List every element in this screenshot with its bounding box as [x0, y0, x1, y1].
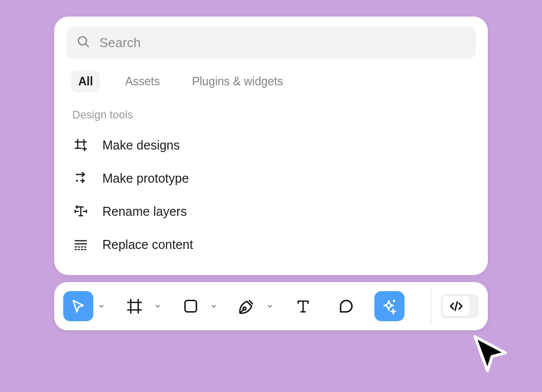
action-label: Replace content — [102, 237, 193, 252]
text-tool[interactable] — [288, 291, 318, 321]
code-icon — [443, 296, 470, 316]
svg-line-1 — [85, 44, 88, 47]
move-tool[interactable] — [63, 291, 93, 321]
chevron-down-icon[interactable] — [153, 301, 163, 311]
frame-tool[interactable] — [119, 291, 150, 321]
svg-point-9 — [76, 180, 78, 182]
replace-content-icon — [72, 236, 89, 253]
search-bar[interactable] — [66, 27, 476, 59]
search-icon — [76, 35, 90, 51]
tab-plugins-widgets[interactable]: Plugins & widgets — [185, 71, 290, 92]
comment-tool-group — [331, 291, 361, 321]
shape-tool-group — [176, 291, 219, 321]
chevron-down-icon[interactable] — [265, 301, 275, 311]
svg-rect-26 — [185, 301, 197, 312]
shape-tool[interactable] — [176, 291, 206, 321]
svg-line-37 — [455, 302, 457, 311]
chevron-down-icon[interactable] — [209, 301, 219, 311]
ai-tool[interactable] — [374, 291, 404, 321]
svg-line-28 — [240, 310, 244, 313]
svg-point-34 — [393, 300, 395, 302]
action-label: Make prototype — [102, 171, 189, 186]
pen-tool-group — [232, 291, 275, 321]
action-label: Make designs — [102, 138, 180, 153]
toolbar-divider — [431, 289, 432, 324]
chevron-down-icon[interactable] — [96, 301, 106, 311]
svg-point-8 — [76, 174, 78, 176]
search-input[interactable] — [99, 35, 466, 51]
rename-icon — [72, 203, 89, 220]
dev-mode-toggle[interactable] — [441, 294, 479, 318]
move-tool-group — [63, 291, 106, 321]
prototype-icon — [72, 170, 89, 187]
cursor-icon — [468, 331, 511, 376]
action-make-prototype[interactable]: Make prototype — [66, 162, 476, 195]
actions-panel: All Assets Plugins & widgets Design tool… — [54, 17, 488, 275]
frame-plus-icon — [72, 137, 89, 154]
frame-tool-group — [119, 291, 163, 321]
section-header: Design tools — [66, 101, 476, 128]
text-tool-group — [288, 291, 318, 321]
action-make-designs[interactable]: Make designs — [66, 128, 476, 162]
ai-tool-group — [374, 291, 404, 321]
action-replace-content[interactable]: Replace content — [66, 228, 476, 261]
tab-all[interactable]: All — [71, 71, 100, 92]
action-rename-layers[interactable]: Rename layers — [66, 195, 476, 228]
comment-tool[interactable] — [331, 291, 361, 321]
action-label: Rename layers — [102, 204, 187, 219]
tabs: All Assets Plugins & widgets — [66, 59, 476, 101]
pen-tool[interactable] — [232, 291, 262, 321]
toolbar — [54, 282, 488, 330]
tab-assets[interactable]: Assets — [118, 71, 167, 92]
